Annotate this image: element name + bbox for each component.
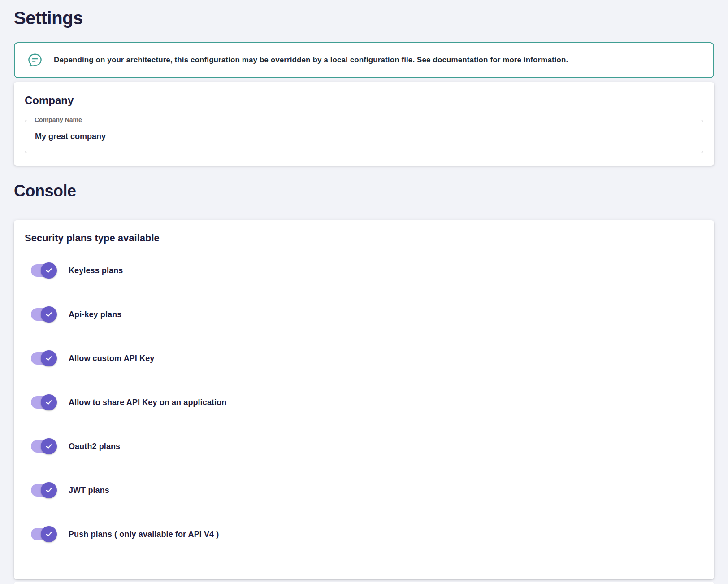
toggle-row: Allow to share API Key on an application xyxy=(25,394,703,410)
toggle-label: JWT plans xyxy=(69,486,109,495)
toggle-row: JWT plans xyxy=(25,482,703,498)
info-banner-text: Depending on your architecture, this con… xyxy=(54,56,568,65)
info-banner: Depending on your architecture, this con… xyxy=(14,42,714,78)
settings-page: Settings Depending on your architecture,… xyxy=(0,0,728,584)
security-plans-heading: Security plans type available xyxy=(25,232,703,244)
console-card: Security plans type available Keyless pl… xyxy=(14,220,714,579)
toggle-row: Api-key plans xyxy=(25,306,703,323)
toggle-switch[interactable] xyxy=(31,440,56,453)
toggle-switch[interactable] xyxy=(31,484,56,497)
toggle-switch[interactable] xyxy=(31,396,56,409)
toggle-row: Push plans ( only available for API V4 ) xyxy=(25,526,703,542)
toggle-label: Allow to share API Key on an application xyxy=(69,398,226,407)
company-name-field: Company Name xyxy=(25,120,703,153)
toggle-thumb xyxy=(41,526,57,542)
toggle-switch[interactable] xyxy=(31,528,56,540)
check-icon xyxy=(45,354,53,362)
toggle-row: Keyless plans xyxy=(25,262,703,279)
toggle-row: Oauth2 plans xyxy=(25,438,703,454)
toggle-switch[interactable] xyxy=(31,308,56,321)
toggle-label: Api-key plans xyxy=(69,310,121,319)
check-icon xyxy=(45,266,53,275)
toggle-label: Keyless plans xyxy=(69,266,123,275)
check-icon xyxy=(45,398,53,406)
toggle-thumb xyxy=(41,306,57,323)
toggle-thumb xyxy=(41,350,57,366)
check-icon xyxy=(45,310,53,318)
check-icon xyxy=(45,442,53,450)
toggle-thumb xyxy=(41,262,57,279)
toggle-label: Push plans ( only available for API V4 ) xyxy=(69,530,219,539)
toggle-thumb xyxy=(41,394,57,410)
check-icon xyxy=(45,530,53,538)
console-heading: Console xyxy=(14,181,714,201)
next-card-sliver xyxy=(14,582,714,584)
toggle-thumb xyxy=(41,482,57,498)
toggle-list: Keyless plans Api-key plans Allow custom… xyxy=(25,262,703,542)
toggle-switch[interactable] xyxy=(31,264,56,277)
toggle-row: Allow custom API Key xyxy=(25,350,703,366)
company-name-input[interactable] xyxy=(35,132,693,141)
company-name-label: Company Name xyxy=(31,116,85,124)
check-icon xyxy=(45,486,53,494)
page-title: Settings xyxy=(14,7,714,29)
company-heading: Company xyxy=(25,94,703,107)
toggle-switch[interactable] xyxy=(31,352,56,365)
toggle-label: Allow custom API Key xyxy=(69,354,154,363)
toggle-thumb xyxy=(41,438,57,454)
toggle-label: Oauth2 plans xyxy=(69,442,120,451)
company-card: Company Company Name xyxy=(14,82,714,166)
chat-bubble-icon xyxy=(26,52,43,69)
